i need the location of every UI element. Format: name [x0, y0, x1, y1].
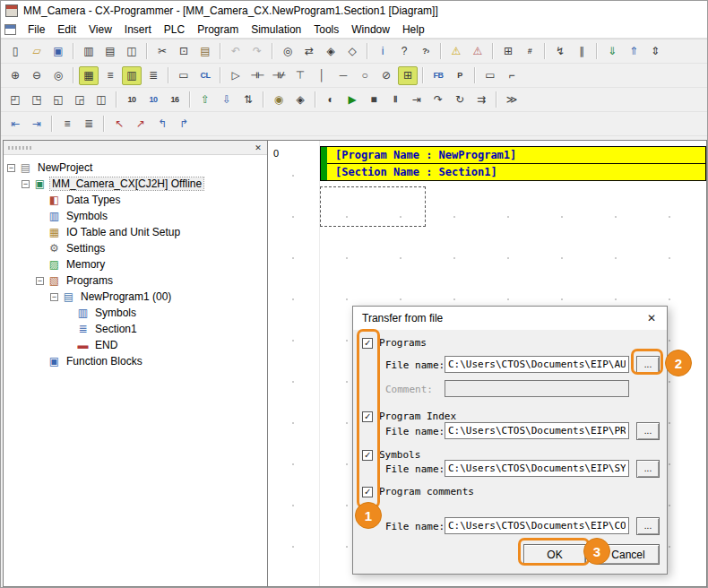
program-comments-checkbox-row[interactable]: ✓ Program comments — [362, 486, 474, 497]
save-icon[interactable]: ▣ — [48, 42, 68, 61]
panel-close-button[interactable]: ✕ — [252, 142, 264, 153]
help-icon[interactable]: ? — [394, 42, 414, 61]
program-index-checkbox[interactable]: ✓ — [362, 411, 373, 422]
programs-checkbox[interactable]: ✓ — [362, 338, 373, 349]
clear-all-icon[interactable]: CL — [195, 66, 215, 85]
download-icon[interactable]: ⇓ — [602, 42, 622, 61]
cell-selection-rect[interactable] — [320, 186, 426, 227]
print-setup-icon[interactable]: ▥ — [79, 42, 99, 61]
tree-expander-icon[interactable] — [36, 358, 44, 366]
pause-monitor-icon[interactable]: ∥ — [572, 42, 591, 61]
menu-help[interactable]: Help — [396, 22, 431, 38]
hex-display-icon[interactable]: 16 — [165, 91, 185, 109]
menu-window[interactable]: Window — [345, 22, 396, 38]
print-preview-icon[interactable]: ◫ — [122, 42, 142, 61]
watch-window-icon[interactable]: ◉ — [269, 91, 289, 109]
tree-item-plc-device[interactable]: − ▣ MM_Camera_CX[CJ2H] Offline — [4, 176, 267, 192]
force-on-icon[interactable]: ⇧ — [195, 91, 215, 109]
differential-monitor-icon[interactable]: ≫ — [502, 91, 522, 109]
cut-icon[interactable]: ✂ — [152, 42, 172, 61]
dialog-titlebar[interactable]: Transfer from file ✕ — [353, 307, 667, 330]
symbols-browse-button[interactable]: ... — [636, 460, 660, 478]
prev-jump-icon[interactable]: ↰ — [152, 115, 172, 134]
panel-grip-handle[interactable] — [8, 146, 31, 150]
tree-expander-icon[interactable]: − — [36, 277, 44, 285]
tree-expander-icon[interactable]: − — [7, 164, 15, 172]
new-closed-contact-icon[interactable]: ⊣⊬ — [269, 66, 289, 85]
compile-warning-icon[interactable]: ⚠ — [446, 42, 466, 61]
context-help-icon[interactable]: ?› — [416, 42, 436, 61]
forward-reference-icon[interactable]: ↗ — [131, 115, 151, 134]
find-address-icon[interactable]: ◈ — [321, 42, 341, 61]
function-block-icon[interactable]: FB — [428, 66, 448, 85]
force-cancel-icon[interactable]: ⇅ — [238, 91, 258, 109]
tree-expander-icon[interactable] — [65, 309, 73, 317]
continuous-step-icon[interactable]: ↻ — [450, 91, 470, 109]
symbols-checkbox[interactable]: ✓ — [362, 450, 373, 461]
menu-file[interactable]: File — [22, 22, 51, 38]
monitor-data-icon[interactable]: ▥ — [122, 66, 142, 85]
zoom-fit-icon[interactable]: ◎ — [48, 66, 68, 85]
new-file-icon[interactable]: ▯ — [5, 42, 25, 61]
fb-parameter-icon[interactable]: P — [450, 66, 470, 85]
decimal-display-icon[interactable]: 10 — [143, 91, 163, 109]
program-comments-checkbox[interactable]: ✓ — [362, 487, 373, 497]
programs-file-input[interactable] — [445, 356, 629, 373]
symbols-checkbox-row[interactable]: ✓ Symbols — [362, 449, 420, 461]
rung-wrap-icon[interactable]: ≡ — [57, 115, 77, 134]
step-over-icon[interactable]: ↷ — [428, 91, 448, 109]
tree-item-function-blocks[interactable]: ▣ Function Blocks — [4, 353, 267, 369]
tree-expander-icon[interactable] — [36, 229, 44, 237]
tile-vertical-icon[interactable]: ◲ — [70, 91, 90, 109]
symbol-bar-icon[interactable]: ≣ — [143, 66, 163, 85]
tree-item-new-program1[interactable]: − ▤ NewProgram1 (00) — [4, 289, 267, 305]
menu-view[interactable]: View — [82, 22, 118, 38]
program-index-file-input[interactable] — [445, 422, 629, 439]
copy-icon[interactable]: ⊡ — [174, 42, 194, 61]
tree-item-end[interactable]: ▬ END — [4, 337, 267, 353]
indent-icon[interactable]: ⇥ — [27, 115, 47, 134]
menu-simulation[interactable]: Simulation — [245, 22, 307, 38]
dialog-close-icon[interactable]: ✕ — [636, 307, 667, 330]
menu-plc[interactable]: PLC — [158, 22, 191, 38]
upload-icon[interactable]: ⇑ — [624, 42, 643, 61]
print-icon[interactable]: ▤ — [100, 42, 120, 61]
comment-box-icon[interactable]: ▭ — [480, 66, 500, 85]
tree-expander-icon[interactable]: − — [50, 293, 58, 301]
program-comments-file-input[interactable] — [445, 517, 629, 534]
zoom-out-icon[interactable]: ⊖ — [27, 66, 47, 85]
rung-comment-icon[interactable]: ≡ — [100, 66, 120, 85]
menu-tools[interactable]: Tools — [307, 22, 345, 38]
tree-expander-icon[interactable] — [65, 342, 73, 350]
new-window-icon[interactable]: ◰ — [5, 91, 25, 109]
cross-reference-icon[interactable]: ◈ — [290, 91, 310, 109]
symbols-file-input[interactable] — [445, 460, 629, 477]
step-run-icon[interactable]: ⇥ — [407, 91, 427, 109]
tree-item-symbols[interactable]: ▥ Symbols — [4, 208, 267, 224]
pause-mode-icon[interactable]: Ⅱ — [385, 91, 405, 109]
scan-run-icon[interactable]: ⇉ — [471, 91, 491, 109]
online-alarm-icon[interactable]: ⚠ — [468, 42, 488, 61]
grid-toggle-icon[interactable]: ▦ — [79, 66, 99, 85]
close-all-windows-icon[interactable]: ◫ — [91, 91, 111, 109]
menu-program[interactable]: Program — [191, 22, 245, 38]
programs-checkbox-row[interactable]: ✓ Programs — [362, 337, 427, 349]
program-comments-browse-button[interactable]: ... — [636, 517, 660, 535]
horizontal-line-icon[interactable]: ─ — [333, 66, 353, 85]
tree-item-programs[interactable]: − ▧ Programs — [4, 272, 267, 289]
tree-expander-icon[interactable] — [65, 325, 73, 333]
about-icon[interactable]: i — [373, 42, 393, 61]
tree-item-data-types[interactable]: ◧ Data Types — [4, 192, 267, 208]
next-jump-icon[interactable]: ↱ — [174, 115, 194, 134]
new-instruction-icon[interactable]: ⊞ — [398, 66, 418, 85]
tree-expander-icon[interactable] — [36, 261, 44, 269]
undo-icon[interactable]: ↶ — [226, 42, 246, 61]
program-index-checkbox-row[interactable]: ✓ Program Index — [362, 411, 456, 422]
tree-item-new-project[interactable]: − ▤ NewProject — [4, 160, 267, 176]
paste-icon[interactable]: ▤ — [195, 42, 215, 61]
tile-horizontal-icon[interactable]: ◱ — [48, 91, 68, 109]
tree-expander-icon[interactable] — [36, 212, 44, 220]
vertical-line-icon[interactable]: │ — [312, 66, 332, 85]
zoom-in-icon[interactable]: ⊕ — [5, 66, 25, 85]
menu-insert[interactable]: Insert — [118, 22, 158, 38]
